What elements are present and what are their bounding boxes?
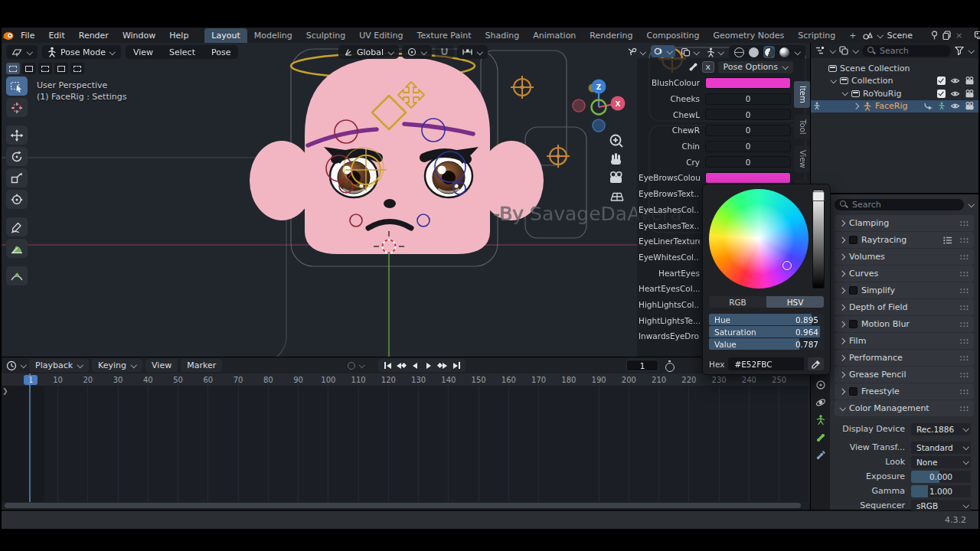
frame-tick[interactable]: 170 [524,376,554,384]
tab-object-icon[interactable] [814,378,827,391]
timeline-scrollbar[interactable] [5,503,801,508]
frame-tick[interactable]: 100 [313,376,343,384]
color-mode-tab[interactable]: RGB [709,296,766,308]
frame-tick[interactable]: 10 [43,376,73,384]
frame-tick[interactable]: 40 [133,376,163,384]
frame-tick[interactable]: 60 [193,376,223,384]
transform-tool[interactable] [6,190,28,209]
outliner-row[interactable]: Collection [811,75,978,88]
stopwatch-icon[interactable] [665,360,675,371]
menu-item[interactable]: Help [162,31,195,41]
hsv-slider[interactable]: Hue 0.895 [709,314,824,325]
funnel-filter-icon[interactable] [955,46,964,55]
workspace-tab[interactable]: Scripting [791,28,842,43]
color-wheel-cursor[interactable] [782,261,792,270]
rig-property-value[interactable] [705,77,791,89]
panel-grip-icon[interactable] [959,389,969,394]
workspace-tab[interactable]: Sculpting [299,28,352,43]
sidebar-tab[interactable]: Tool [794,115,810,139]
properties-panel-header[interactable]: Color Management [835,400,974,416]
setting-value-widget[interactable]: None [911,456,971,468]
scene-browse-chevron-icon[interactable] [877,32,883,38]
workspace-tab[interactable]: Rendering [583,28,639,43]
pin-icon[interactable] [930,31,939,40]
frame-tick[interactable]: 200 [614,376,644,384]
panel-grip-icon[interactable] [959,305,969,310]
expand-chevron-icon[interactable] [853,103,860,109]
previous-keyframe-button[interactable] [395,360,407,371]
select-subtract-icon[interactable] [38,63,52,74]
selectable-checkbox[interactable] [937,90,946,98]
scale-tool[interactable] [6,168,28,187]
rig-property-value[interactable]: 0 [705,93,791,105]
panel-grip-icon[interactable] [959,321,969,327]
move-tool[interactable] [6,126,28,145]
properties-panel-header[interactable]: Depth of Field [835,299,974,315]
play-button[interactable] [423,360,435,371]
panel-grip-icon[interactable] [959,372,969,377]
frame-tick[interactable]: 50 [163,376,193,384]
panel-grip-icon[interactable] [959,271,969,276]
timeline-ruler[interactable]: 1102030405060708090100110120130140150160… [2,373,810,386]
viewport-3d[interactable]: -By SavageDaAvera Z X [2,43,810,357]
viewport-menu-item[interactable]: Pose [205,47,237,57]
auto-keying-toggle[interactable] [348,362,364,370]
blender-logo-icon[interactable] [2,30,14,41]
tab-armature-data-icon[interactable] [814,413,827,426]
panel-grip-icon[interactable] [959,288,969,293]
setting-value-widget[interactable]: Rec.1886 [911,423,971,435]
properties-panel-header[interactable]: Simplify [835,282,974,298]
display-mode-chevron-icon[interactable] [829,47,835,54]
outliner-row[interactable]: Scene Collection [811,62,978,75]
annotate-tool[interactable] [6,217,28,236]
color-mode-tab[interactable]: HSV [766,296,824,308]
rotate-tool[interactable] [6,147,28,166]
outliner-row[interactable]: FaceRig [811,100,978,113]
axis-x-label[interactable]: X [616,100,621,108]
shading-material-active[interactable] [763,46,775,58]
panel-checkbox[interactable] [849,286,858,295]
select-extend-icon[interactable] [22,63,36,74]
workspace-tab[interactable]: Modeling [247,28,299,43]
navigation-gizmo[interactable]: Z X [573,80,626,132]
orientation-selector[interactable]: Global [338,45,399,59]
workspace-tab[interactable]: Texture Paint [410,28,479,43]
outliner-display-mode-icon[interactable] [815,46,825,55]
panel-checkbox[interactable] [849,236,858,244]
shading-solid-icon[interactable] [749,47,759,57]
hsv-slider[interactable]: Value 0.787 [709,338,824,350]
rig-property-value[interactable] [705,172,791,184]
jump-to-start-button[interactable] [381,360,394,371]
rig-property-value[interactable]: 0 [705,156,791,168]
value-slider[interactable] [812,190,825,289]
pose-overlay-button[interactable] [704,45,726,59]
shading-chevron-icon[interactable] [794,49,800,55]
overlays-button[interactable] [651,45,675,57]
properties-panel-header[interactable]: Grease Pencil [835,367,974,383]
pose-options-dropdown[interactable]: Pose Options [718,61,793,73]
panel-checkbox[interactable] [849,320,858,328]
frame-tick[interactable]: 240 [734,376,764,384]
target-control-1[interactable] [511,76,534,99]
properties-panel-header[interactable]: Curves [835,266,974,282]
timeline-tracks[interactable] [2,386,810,502]
menu-item[interactable]: Edit [41,31,71,41]
panel-grip-icon[interactable] [959,220,969,226]
frame-tick[interactable]: 140 [433,376,463,384]
sidebar-tab[interactable]: View [794,145,810,173]
panel-grip-icon[interactable] [959,355,969,360]
rig-property-value[interactable]: 0 [705,141,791,152]
eye-visibility-icon[interactable] [950,77,960,85]
frame-tick[interactable]: 210 [644,376,674,384]
panel-grip-icon[interactable] [959,237,969,243]
frame-tick[interactable]: 90 [283,376,313,384]
workspace-tab[interactable]: Compositing [640,28,707,43]
selectable-checkbox[interactable] [937,77,946,85]
next-keyframe-button[interactable] [436,360,449,371]
select-intersect-icon[interactable] [70,63,84,74]
frame-tick[interactable]: 230 [704,376,734,384]
panel-checkbox[interactable] [849,387,858,396]
timeline-menu-item[interactable]: Keying [92,359,142,372]
jump-to-end-button[interactable] [450,360,462,371]
shading-rendered-icon[interactable] [779,47,789,57]
